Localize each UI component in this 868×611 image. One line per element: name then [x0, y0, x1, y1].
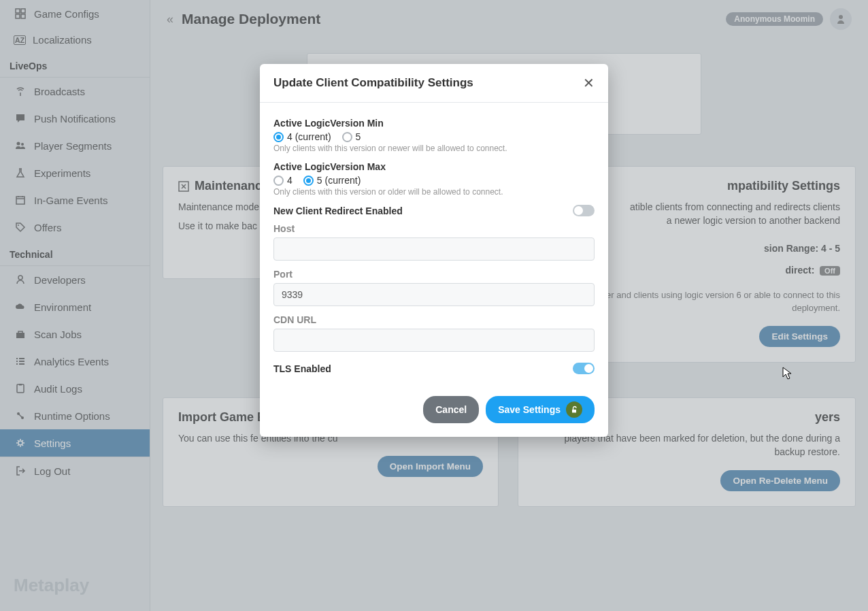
modal-title: Update Client Compatibility Settings	[273, 76, 473, 90]
unlock-icon	[566, 401, 582, 418]
modal-compatibility-settings: Update Client Compatibility Settings ✕ A…	[260, 64, 608, 437]
tls-toggle[interactable]	[573, 363, 595, 374]
radio-min-4[interactable]: 4 (current)	[273, 131, 331, 142]
tls-label: TLS Enabled	[273, 363, 331, 374]
modal-footer: Cancel Save Settings	[260, 381, 608, 437]
radio-min-5[interactable]: 5	[342, 131, 361, 142]
min-label: Active LogicVersion Min	[273, 118, 595, 129]
redirect-toggle[interactable]	[573, 205, 595, 216]
redirect-toggle-row: New Client Redirect Enabled	[273, 205, 595, 216]
port-label: Port	[273, 269, 595, 280]
host-input[interactable]	[273, 237, 595, 261]
modal-close-button[interactable]: ✕	[583, 75, 595, 91]
max-help: Only clients with this version or older …	[273, 187, 595, 197]
save-settings-button[interactable]: Save Settings	[486, 396, 595, 423]
radio-icon	[303, 176, 314, 186]
min-help: Only clients with this version or newer …	[273, 144, 595, 153]
cdn-input[interactable]	[273, 329, 595, 352]
radio-icon	[342, 132, 352, 142]
svg-rect-17	[572, 410, 576, 413]
radio-max-5[interactable]: 5 (current)	[303, 175, 361, 186]
radio-max-4[interactable]: 4	[273, 175, 293, 186]
radio-icon	[273, 176, 284, 186]
host-label: Host	[273, 223, 595, 234]
save-label: Save Settings	[498, 404, 561, 415]
redirect-label: New Client Redirect Enabled	[273, 205, 403, 216]
cancel-button[interactable]: Cancel	[423, 396, 479, 423]
modal-header: Update Client Compatibility Settings ✕	[260, 64, 608, 103]
max-label: Active LogicVersion Max	[273, 161, 595, 172]
modal-body: Active LogicVersion Min 4 (current) 5 On…	[260, 103, 608, 381]
port-input[interactable]	[273, 283, 595, 306]
cdn-label: CDN URL	[273, 314, 595, 325]
max-radio-group: 4 5 (current)	[273, 175, 595, 186]
min-radio-group: 4 (current) 5	[273, 131, 595, 142]
tls-toggle-row: TLS Enabled	[273, 363, 595, 374]
radio-icon	[273, 132, 284, 142]
